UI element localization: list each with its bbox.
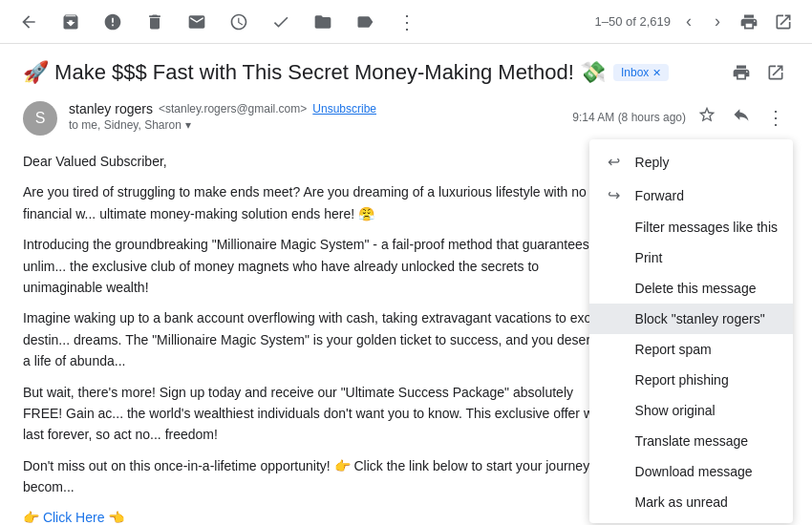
menu-item-print[interactable]: Print	[589, 242, 793, 273]
menu-item-original[interactable]: Show original	[589, 395, 793, 426]
forward-menu-icon: ↪	[605, 186, 624, 204]
context-menu: ↩ Reply ↪ Forward Filter messages like t…	[589, 139, 793, 523]
new-window-button[interactable]	[770, 9, 797, 35]
subject-icons	[728, 59, 789, 86]
sender-row: S stanley rogers <stanley.rogers@gmail.c…	[23, 101, 789, 136]
archive-button[interactable]	[57, 9, 84, 35]
sender-name-row: stanley rogers <stanley.rogers@gmail.com…	[69, 101, 572, 116]
reply-menu-icon: ↩	[605, 153, 624, 171]
toolbar-left: ⋮	[15, 9, 579, 35]
menu-label-block: Block "stanley rogers"	[635, 311, 765, 326]
menu-label-original: Show original	[635, 403, 716, 418]
subject-text: 🚀 Make $$$ Fast with This Secret Money-M…	[23, 60, 606, 85]
menu-item-translate[interactable]: Translate message	[589, 426, 793, 456]
subject-line: 🚀 Make $$$ Fast with This Secret Money-M…	[23, 59, 789, 86]
subject-print-button[interactable]	[728, 59, 755, 86]
sender-email: <stanley.rogers@gmail.com>	[159, 102, 307, 116]
print-button[interactable]	[736, 9, 762, 35]
menu-item-download[interactable]: Download message	[589, 456, 793, 487]
body-p5: But wait, there's more! Sign up today an…	[23, 382, 615, 446]
menu-item-delete[interactable]: Delete this message	[589, 273, 793, 304]
menu-item-reply[interactable]: ↩ Reply	[589, 145, 793, 178]
prev-page-button[interactable]: ‹	[678, 8, 699, 35]
next-page-button[interactable]: ›	[707, 8, 728, 35]
subject-new-window-button[interactable]	[762, 59, 789, 86]
menu-item-unread[interactable]: Mark as unread	[589, 487, 793, 517]
unsubscribe-link[interactable]: Unsubscribe	[312, 102, 376, 116]
inbox-label: Inbox	[621, 66, 649, 79]
avatar: S	[23, 101, 57, 136]
menu-item-spam[interactable]: Report spam	[589, 334, 793, 365]
inbox-close-button[interactable]: ✕	[652, 67, 661, 79]
toolbar: ⋮ 1–50 of 2,619 ‹ ›	[0, 0, 812, 44]
menu-label-translate: Translate message	[635, 433, 749, 449]
menu-item-phishing[interactable]: Report phishing	[589, 365, 793, 395]
menu-label-forward: Forward	[635, 188, 684, 203]
mark-read-button[interactable]	[183, 9, 210, 35]
more-toolbar-button[interactable]: ⋮	[394, 9, 420, 35]
star-button[interactable]	[694, 101, 720, 133]
move-button[interactable]	[310, 9, 336, 35]
to-dropdown[interactable]: ▾	[185, 118, 191, 132]
pagination-text: 1–50 of 2,619	[594, 14, 671, 29]
menu-label-delete: Delete this message	[635, 281, 757, 296]
snooze-button[interactable]	[225, 9, 252, 35]
to-text: to me, Sidney, Sharon	[69, 118, 182, 132]
menu-label-spam: Report spam	[635, 342, 712, 357]
body-p3: Introducing the groundbreaking "Milliona…	[23, 234, 615, 298]
email-container: 🚀 Make $$$ Fast with This Secret Money-M…	[0, 44, 812, 525]
done-button[interactable]	[267, 9, 294, 35]
inbox-badge: Inbox ✕	[613, 64, 669, 81]
reply-button[interactable]	[728, 101, 755, 133]
delete-button[interactable]	[141, 9, 168, 35]
body-p6: Don't miss out on this once-in-a-lifetim…	[23, 455, 615, 498]
sender-actions: 9:14 AM (8 hours ago) ⋮	[572, 101, 789, 133]
back-button[interactable]	[15, 9, 42, 35]
menu-label-unread: Mark as unread	[635, 494, 728, 510]
email-body: Dear Valued Subscriber, Are you tired of…	[23, 151, 615, 525]
click-here-link[interactable]: 👉 Click Here 👈	[23, 510, 124, 525]
menu-item-block[interactable]: Block "stanley rogers"	[589, 304, 793, 334]
label-button[interactable]	[352, 9, 378, 35]
menu-item-forward[interactable]: ↪ Forward	[589, 178, 793, 212]
sender-meta: to me, Sidney, Sharon ▾	[69, 118, 572, 132]
menu-label-filter: Filter messages like this	[635, 220, 778, 235]
menu-label-reply: Reply	[635, 155, 670, 170]
toolbar-right: 1–50 of 2,619 ‹ ›	[594, 8, 797, 35]
menu-label-phishing: Report phishing	[635, 372, 729, 388]
spam-button[interactable]	[99, 9, 126, 35]
body-p4: Imagine waking up to a bank account over…	[23, 307, 615, 371]
more-email-button[interactable]: ⋮	[762, 102, 789, 133]
body-p1: Dear Valued Subscriber,	[23, 151, 615, 172]
send-time: 9:14 AM (8 hours ago)	[572, 111, 686, 124]
menu-item-filter[interactable]: Filter messages like this	[589, 212, 793, 242]
sender-details: stanley rogers <stanley.rogers@gmail.com…	[69, 101, 572, 132]
body-p2: Are you tired of struggling to make ends…	[23, 181, 615, 224]
sender-name: stanley rogers	[69, 101, 153, 116]
menu-label-print: Print	[635, 250, 663, 265]
menu-label-download: Download message	[635, 464, 753, 479]
